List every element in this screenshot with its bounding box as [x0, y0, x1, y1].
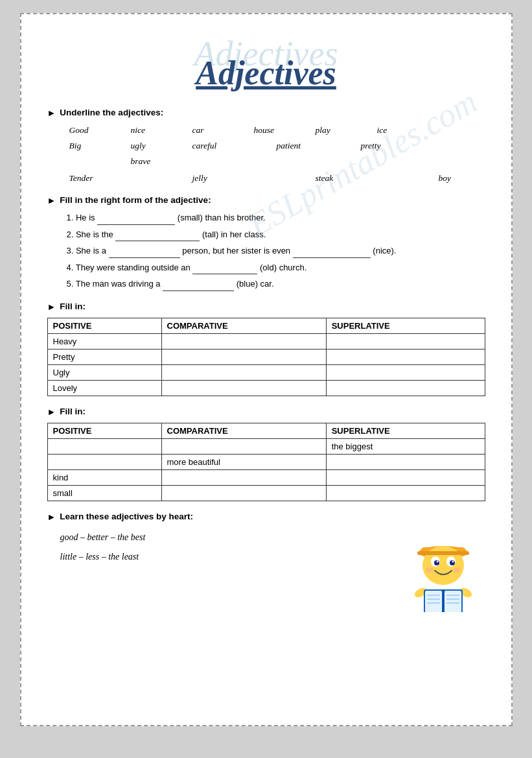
table2-h2: COMPARATIVE: [161, 423, 326, 438]
phrase-1: good – better – the best: [60, 528, 388, 548]
t2r2c3[interactable]: [326, 454, 485, 469]
t1r2c2[interactable]: [161, 349, 326, 364]
character-svg: [401, 528, 485, 612]
section1-title: Underline the adjectives:: [60, 108, 163, 117]
word-row-2b: brave: [67, 155, 485, 168]
t1r3c1: Ugly: [47, 364, 161, 380]
s4-num: 4. They were standing outside an: [67, 263, 193, 272]
t1r4c2[interactable]: [161, 380, 326, 396]
s4-blank[interactable]: [192, 261, 257, 275]
svg-point-7: [436, 560, 438, 562]
arrow-icon4: ►: [47, 407, 56, 418]
table-1: POSITIVE COMPARATIVE SUPERLATIVE Heavy P…: [47, 318, 485, 396]
word-patient: patient: [274, 139, 358, 152]
sentence-2: 2. She is the (tall) in her class.: [67, 228, 485, 242]
table1-row-2: Pretty: [47, 349, 485, 364]
table2-h1: POSITIVE: [47, 423, 161, 438]
page: Adjectives Adjectives ESLprintables.com …: [20, 13, 513, 726]
s1-blank[interactable]: [97, 211, 175, 225]
title-main: Adjectives: [47, 54, 485, 92]
t1r4c1: Lovely: [47, 380, 161, 396]
table1-h2: COMPARATIVE: [161, 318, 326, 333]
table2-row-3: kind: [47, 469, 485, 485]
learn-phrases: good – better – the best little – less –…: [60, 528, 388, 568]
table1-row-3: Ugly: [47, 364, 485, 380]
s1-end: (small) than his brother.: [178, 213, 266, 222]
section4-title: Fill in:: [60, 407, 86, 416]
section-underline: ► Underline the adjectives: Good nice ca…: [47, 108, 485, 185]
table2-row-2: more beautiful: [47, 454, 485, 469]
word-good: Good: [67, 124, 128, 137]
word-play: play: [313, 124, 375, 137]
table1-header-row: POSITIVE COMPARATIVE SUPERLATIVE: [47, 318, 485, 333]
learn-content: good – better – the best little – less –…: [47, 528, 485, 612]
t1r3c3[interactable]: [326, 364, 485, 380]
word-house: house: [251, 124, 313, 137]
s1-num: 1. He is: [67, 213, 98, 222]
section1-header: ► Underline the adjectives:: [47, 108, 485, 119]
s2-blank[interactable]: [115, 228, 200, 242]
word-spacer: [67, 155, 128, 168]
table2-h3: SUPERLATIVE: [326, 423, 485, 438]
section3-header: ► Fill in:: [47, 302, 485, 313]
s3-num: 3. She is a: [67, 246, 109, 255]
t2r1c1[interactable]: [47, 438, 161, 454]
title-container: Adjectives Adjectives: [47, 34, 485, 92]
t2r3c2[interactable]: [161, 469, 326, 485]
word-steak: steak: [313, 172, 375, 185]
svg-rect-23: [417, 551, 469, 555]
sentences: 1. He is (small) than his brother. 2. Sh…: [67, 211, 485, 291]
reading-character: [401, 528, 485, 612]
word-row-1: Good nice car house play ice: [67, 124, 485, 137]
t2r1c2[interactable]: [161, 438, 326, 454]
t2r4c3[interactable]: [326, 485, 485, 501]
section-table2: ► Fill in: POSITIVE COMPARATIVE SUPERLAT…: [47, 407, 485, 501]
word-row-2: Big ugly careful patient pretty: [67, 139, 485, 152]
section4-header: ► Fill in:: [47, 407, 485, 418]
t1r4c3[interactable]: [326, 380, 485, 396]
word-row-3: Tender jelly steak boy noisy cool: [67, 172, 485, 185]
s2-end: (tall) in her class.: [202, 230, 266, 239]
word-spacer3: [251, 172, 313, 185]
section2-header: ► Fill in the right form of the adjectiv…: [47, 195, 485, 206]
t2r3c1: kind: [47, 469, 161, 485]
sentence-3: 3. She is a person, but her sister is ev…: [67, 244, 485, 258]
table2-row-4: small: [47, 485, 485, 501]
s3-end: (nice).: [373, 246, 396, 255]
t1r1c1: Heavy: [47, 333, 161, 349]
word-ice: ice: [375, 124, 436, 137]
s3-blank1[interactable]: [109, 244, 180, 258]
t1r2c3[interactable]: [326, 349, 485, 364]
t2r1c3: the biggest: [326, 438, 485, 454]
word-nice: nice: [128, 124, 190, 137]
section3-title: Fill in:: [60, 302, 86, 311]
t1r1c3[interactable]: [326, 333, 485, 349]
s3-blank2[interactable]: [293, 244, 371, 258]
word-boy: boy: [436, 172, 498, 185]
word-spacer2: [128, 172, 190, 185]
s5-blank[interactable]: [163, 278, 234, 291]
word-brave: brave: [128, 155, 190, 168]
arrow-icon2: ►: [47, 196, 56, 206]
t1r3c2[interactable]: [161, 364, 326, 380]
t2r4c1: small: [47, 485, 161, 501]
arrow-icon5: ►: [47, 512, 56, 523]
section5-header: ► Learn these adjectives by heart:: [47, 512, 485, 523]
section-table1: ► Fill in: POSITIVE COMPARATIVE SUPERLAT…: [47, 302, 485, 396]
t2r4c2[interactable]: [161, 485, 326, 501]
t2r3c3[interactable]: [326, 469, 485, 485]
section-learn: ► Learn these adjectives by heart: good …: [47, 512, 485, 612]
word-tender: Tender: [67, 172, 128, 185]
t2r2c1[interactable]: [47, 454, 161, 469]
word-jelly: jelly: [190, 172, 251, 185]
sentence-4: 4. They were standing outside an (old) c…: [67, 261, 485, 275]
learn-text: good – better – the best little – less –…: [47, 528, 388, 568]
sentence-1: 1. He is (small) than his brother.: [67, 211, 485, 225]
section5-title: Learn these adjectives by heart:: [60, 512, 193, 521]
s5-num: 5. The man was driving a: [67, 279, 163, 289]
t1r1c2[interactable]: [161, 333, 326, 349]
svg-rect-15: [425, 591, 442, 612]
word-spacer4: [375, 172, 436, 185]
sentence-5: 5. The man was driving a (blue) car.: [67, 278, 485, 291]
table1-h3: SUPERLATIVE: [326, 318, 485, 333]
